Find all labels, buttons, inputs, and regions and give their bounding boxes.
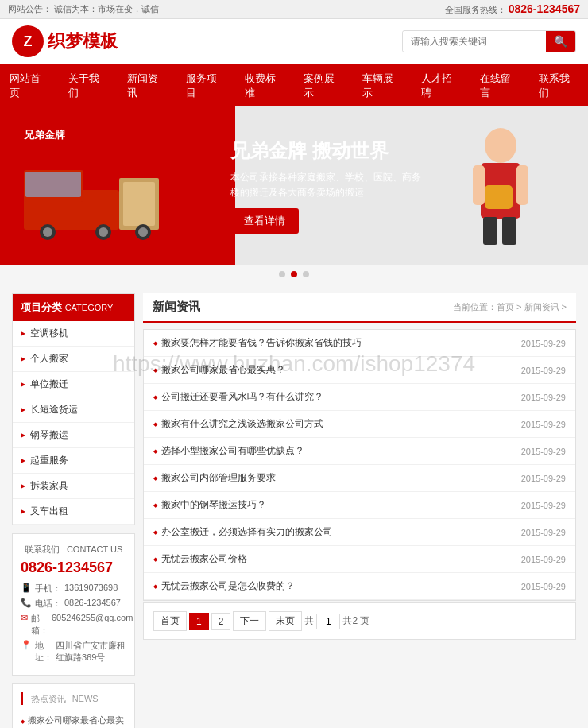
nav-news[interactable]: 新闻资讯 xyxy=(118,65,176,106)
main-nav: 网站首页 关于我们 新闻资讯 服务项目 收费标准 案例展示 车辆展示 人才招聘 … xyxy=(0,65,588,106)
nav-jobs[interactable]: 人才招聘 xyxy=(412,65,470,106)
nav-guestbook[interactable]: 在线留言 xyxy=(470,65,529,106)
sidebar-item-unit[interactable]: 单位搬迁 xyxy=(13,372,134,397)
news-item-10[interactable]: 无忧云搬家公司是怎么收费的？ 2015-09-29 xyxy=(144,573,575,600)
contact-tel: 📞 电话： 0826-1234567 xyxy=(21,598,126,610)
pagination: 首页 1 2 下一 末页 共 共2 页 xyxy=(143,602,576,640)
nav-home[interactable]: 网站首页 xyxy=(0,65,59,106)
page-unit: 页 xyxy=(360,614,369,628)
svg-rect-14 xyxy=(516,165,528,205)
banner-mid: 兄弟金牌 搬动世界 本公司承接各种家庭搬家、学校、医院、商务楼的搬迁及各大商务卖… xyxy=(215,138,437,234)
logo: Z 织梦模板 xyxy=(12,25,118,57)
svg-rect-4 xyxy=(123,182,155,226)
logo-text: 织梦模板 xyxy=(48,29,118,53)
banner: 兄弟金牌 兄弟金牌 搬动世界 本公司承接各种家庭搬家、学校、医院、商务楼的搬迁及… xyxy=(0,106,588,265)
hot-item-1[interactable]: 搬家公司哪家最省心最实惠？ xyxy=(21,711,126,728)
top-bar-hotline: 全国服务热线： 0826-1234567 xyxy=(445,2,580,16)
svg-point-8 xyxy=(99,227,108,237)
sidebar-item-forklift[interactable]: 叉车出租 xyxy=(13,499,134,525)
page-label: 共 xyxy=(304,614,314,628)
page-last[interactable]: 末页 xyxy=(269,611,302,631)
dot-2[interactable] xyxy=(291,271,297,277)
svg-rect-15 xyxy=(483,217,497,245)
banner-details-button[interactable]: 查看详情 xyxy=(230,208,299,234)
news-item-7[interactable]: 搬家中的钢琴搬运技巧？ 2015-09-29 xyxy=(144,492,575,519)
hot-title: 热点资讯 NEWS xyxy=(21,692,126,705)
nav-contact[interactable]: 联系我们 xyxy=(529,65,588,106)
lady-image xyxy=(453,122,548,249)
search-button[interactable]: 🔍 xyxy=(546,31,575,52)
dot-1[interactable] xyxy=(279,271,285,277)
header: Z 织梦模板 🔍 xyxy=(0,19,588,65)
phone-icon: 📱 xyxy=(21,583,32,593)
nav-vehicles[interactable]: 车辆展示 xyxy=(353,65,412,106)
category-section: 项目分类 CATEGORY 空调移机 个人搬家 单位搬迁 长短途货运 钢琴搬运 … xyxy=(12,293,135,525)
nav-services[interactable]: 服务项目 xyxy=(176,65,235,106)
top-bar-left: 网站公告： 诚信为本：市场在变，诚信 xyxy=(8,3,159,15)
nav-about[interactable]: 关于我们 xyxy=(59,65,118,106)
svg-point-6 xyxy=(43,227,52,237)
truck-image xyxy=(24,146,167,242)
banner-dots xyxy=(0,265,588,285)
news-item-2[interactable]: 搬家公司哪家最省心最实惠？ 2015-09-29 xyxy=(144,357,575,384)
banner-left: 兄弟金牌 xyxy=(24,128,215,244)
nav-cases[interactable]: 案例展示 xyxy=(294,65,353,106)
news-item-9[interactable]: 无忧云搬家公司价格 2015-09-29 xyxy=(144,546,575,573)
page-next[interactable]: 下一 xyxy=(233,611,266,631)
content-area: 新闻资讯 当前位置：首页 > 新闻资讯 > 搬家要怎样才能要省钱？告诉你搬家省钱… xyxy=(143,293,576,728)
content-title: 新闻资讯 xyxy=(153,300,200,315)
category-title: 项目分类 CATEGORY xyxy=(13,294,134,321)
page-2[interactable]: 2 xyxy=(211,613,231,630)
sidebar-item-ac[interactable]: 空调移机 xyxy=(13,321,134,347)
top-bar: 网站公告： 诚信为本：市场在变，诚信 全国服务热线： 0826-1234567 xyxy=(0,0,588,19)
page-total: 共2 xyxy=(342,614,358,628)
svg-point-10 xyxy=(138,227,148,237)
main-content: 项目分类 CATEGORY 空调移机 个人搬家 单位搬迁 长短途货运 钢琴搬运 … xyxy=(0,285,588,728)
sidebar-item-personal[interactable]: 个人搬家 xyxy=(13,347,134,372)
news-item-3[interactable]: 公司搬迁还要看风水吗？有什么讲究？ 2015-09-29 xyxy=(144,384,575,411)
contact-section: 联系我们 CONTACT US 0826-1234567 📱 手机： 13619… xyxy=(12,533,135,676)
svg-point-11 xyxy=(485,128,516,163)
search-box: 🔍 xyxy=(402,30,576,52)
page-jump-input[interactable] xyxy=(316,614,340,629)
dot-3[interactable] xyxy=(303,271,309,277)
news-list: 搬家要怎样才能要省钱？告诉你搬家省钱的技巧 2015-09-29 搬家公司哪家最… xyxy=(143,329,576,601)
contact-phone: 0826-1234567 xyxy=(21,560,126,576)
news-item-1[interactable]: 搬家要怎样才能要省钱？告诉你搬家省钱的技巧 2015-09-29 xyxy=(144,330,575,357)
contact-email: ✉ 邮箱： 605246255@qq.com xyxy=(21,613,126,637)
email-icon: ✉ xyxy=(21,613,28,623)
news-item-8[interactable]: 办公室搬迁，必须选择有实力的搬家公司 2015-09-29 xyxy=(144,519,575,546)
nav-pricing[interactable]: 收费标准 xyxy=(235,65,294,106)
sidebar-item-freight[interactable]: 长短途货运 xyxy=(13,397,134,423)
tel-icon: 📞 xyxy=(21,598,32,608)
contact-title: 联系我们 CONTACT US xyxy=(21,542,126,556)
svg-rect-16 xyxy=(502,217,516,245)
contact-addr: 📍 地址： 四川省广安市廉租红旗路369号 xyxy=(21,640,126,664)
breadcrumb: 当前位置：首页 > 新闻资讯 > xyxy=(453,301,567,313)
sidebar: 项目分类 CATEGORY 空调移机 个人搬家 单位搬迁 长短途货运 钢琴搬运 … xyxy=(12,293,135,728)
page-1[interactable]: 1 xyxy=(189,613,209,630)
banner-brand: 兄弟金牌 xyxy=(24,128,215,142)
search-input[interactable] xyxy=(403,32,546,51)
page-first[interactable]: 首页 xyxy=(153,611,187,631)
content-header: 新闻资讯 当前位置：首页 > 新闻资讯 > xyxy=(143,293,576,323)
hot-section: 热点资讯 NEWS 搬家公司哪家最省心最实惠？ 搬家中的钢琴搬运技巧？ 无忧云搬… xyxy=(12,683,135,728)
svg-rect-13 xyxy=(473,165,485,205)
news-item-4[interactable]: 搬家有什么讲究之浅谈选搬家公司方式 2015-09-29 xyxy=(144,411,575,438)
news-item-6[interactable]: 搬家公司内部管理服务要求 2015-09-29 xyxy=(144,465,575,492)
sidebar-item-crane[interactable]: 起重服务 xyxy=(13,448,134,474)
sidebar-item-piano[interactable]: 钢琴搬运 xyxy=(13,423,134,448)
logo-icon: Z xyxy=(12,25,44,57)
contact-mobile: 📱 手机： 13619073698 xyxy=(21,583,126,594)
sidebar-item-furniture[interactable]: 拆装家具 xyxy=(13,474,134,499)
location-icon: 📍 xyxy=(21,640,32,650)
banner-right xyxy=(437,122,564,251)
svg-rect-2 xyxy=(25,172,81,197)
news-item-5[interactable]: 选择小型搬家公司有哪些优缺点？ 2015-09-29 xyxy=(144,438,575,465)
svg-rect-17 xyxy=(485,185,513,209)
